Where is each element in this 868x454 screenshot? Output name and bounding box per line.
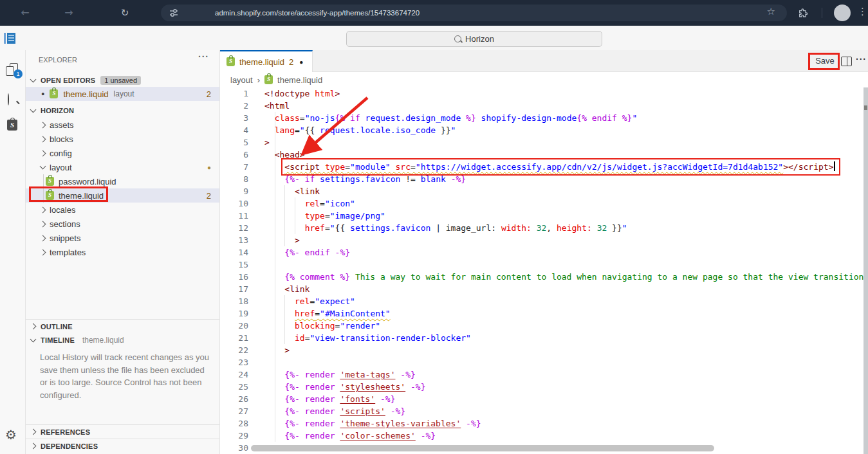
open-editor-theme-liquid[interactable]: ● theme.liquid layout 2 bbox=[26, 87, 219, 101]
code-line-20[interactable]: 20 blocking="render" bbox=[220, 320, 868, 332]
profile-avatar[interactable] bbox=[834, 5, 851, 21]
code-line-21[interactable]: 21 id="view-transition-render-blocker" bbox=[220, 332, 868, 344]
open-editor-name: theme.liquid bbox=[63, 89, 108, 99]
explorer-files-icon[interactable]: 1 bbox=[6, 63, 21, 78]
chevron-down-icon bbox=[30, 107, 37, 113]
shopify-activity-icon[interactable] bbox=[7, 120, 17, 133]
code-line-13[interactable]: 13 > bbox=[220, 234, 868, 246]
code-line-17[interactable]: 17 <link bbox=[220, 283, 868, 295]
outline-header[interactable]: OUTLINE bbox=[26, 319, 219, 333]
code-editor[interactable]: 1<!doctype html>2<html3 class="no-js{% i… bbox=[220, 87, 868, 454]
code-line-15[interactable]: 15 bbox=[220, 259, 868, 271]
code-line-1[interactable]: 1<!doctype html> bbox=[220, 87, 868, 100]
line-content bbox=[248, 259, 264, 271]
dependencies-header[interactable]: DEPENDENCIES bbox=[26, 439, 219, 453]
file-tree: assetsblocksconfiglayout●password.liquid… bbox=[26, 118, 219, 259]
shopify-file-icon bbox=[46, 177, 54, 186]
tree-item-templates[interactable]: templates bbox=[26, 245, 219, 259]
line-number: 25 bbox=[220, 381, 248, 393]
tree-item-snippets[interactable]: snippets bbox=[26, 231, 219, 245]
line-number: 23 bbox=[220, 356, 248, 368]
code-line-16[interactable]: 16 {% comment %} This a way to wait for … bbox=[220, 271, 868, 283]
forward-icon[interactable]: → bbox=[61, 6, 77, 21]
line-content: href="{{ settings.favicon | image_url: w… bbox=[248, 222, 627, 234]
breadcrumb-file[interactable]: theme.liquid bbox=[277, 75, 322, 85]
line-number: 19 bbox=[220, 307, 248, 320]
tree-item-password-liquid[interactable]: password.liquid bbox=[26, 174, 219, 188]
code-line-27[interactable]: 27 {%- render 'scripts' -%} bbox=[220, 405, 868, 417]
shopify-file-icon bbox=[264, 75, 273, 84]
site-info-icon[interactable] bbox=[169, 8, 178, 20]
url-text[interactable]: admin.shopify.com/store/accessify-app/th… bbox=[215, 5, 420, 21]
line-number: 14 bbox=[220, 246, 248, 259]
line-content: <link bbox=[248, 185, 320, 197]
shopify-file-icon bbox=[226, 57, 235, 66]
code-line-29[interactable]: 29 {%- render 'color-schemes' -%} bbox=[220, 430, 868, 442]
tree-item-blocks[interactable]: blocks bbox=[26, 132, 219, 146]
browser-menu-icon[interactable]: ⋮ bbox=[858, 6, 867, 17]
save-button[interactable]: Save bbox=[811, 54, 838, 68]
tree-item-sections[interactable]: sections bbox=[26, 217, 219, 231]
url-bar[interactable]: admin.shopify.com/store/accessify-app/th… bbox=[161, 5, 787, 21]
settings-gear-icon[interactable]: ⚙ bbox=[5, 427, 17, 442]
extensions-icon[interactable] bbox=[798, 8, 808, 21]
code-line-7[interactable]: 7 <script type="module" src="https://wid… bbox=[220, 161, 868, 173]
code-line-2[interactable]: 2<html bbox=[220, 100, 868, 112]
back-icon[interactable]: ← bbox=[17, 6, 33, 21]
references-header[interactable]: REFERENCES bbox=[26, 424, 219, 439]
code-line-25[interactable]: 25 {%- render 'stylesheets' -%} bbox=[220, 381, 868, 393]
code-line-22[interactable]: 22 > bbox=[220, 344, 868, 356]
line-content: href="#MainContent" bbox=[248, 307, 391, 320]
line-content: class="no-js{% if request.design_mode %}… bbox=[248, 112, 637, 124]
line-number: 5 bbox=[220, 136, 248, 149]
chevron-right-icon bbox=[30, 429, 37, 435]
command-center-search[interactable]: Horizon bbox=[346, 31, 602, 47]
tab-theme-liquid[interactable]: theme.liquid 2 ● bbox=[220, 50, 313, 72]
code-line-10[interactable]: 10 rel="icon" bbox=[220, 197, 868, 210]
split-editor-icon[interactable] bbox=[841, 57, 852, 66]
line-content: <link bbox=[248, 283, 309, 295]
tree-item-config[interactable]: config bbox=[26, 146, 219, 160]
explorer-more-icon[interactable]: ··· bbox=[198, 51, 209, 62]
code-line-11[interactable]: 11 type="image/png" bbox=[220, 210, 868, 222]
line-content: {%- if settings.favicon != blank -%} bbox=[248, 173, 466, 185]
bookmark-star-icon[interactable]: ☆ bbox=[767, 6, 775, 17]
tree-item-theme-liquid[interactable]: theme.liquid2 bbox=[26, 188, 219, 203]
timeline-message: Local History will track recent changes … bbox=[40, 351, 212, 401]
tree-item-locales[interactable]: locales bbox=[26, 203, 219, 217]
reload-icon[interactable]: ↻ bbox=[117, 6, 133, 21]
code-line-5[interactable]: 5> bbox=[220, 136, 868, 149]
page: ← → ↻ admin.shopify.com/store/accessify-… bbox=[0, 0, 868, 454]
tree-item-layout[interactable]: layout● bbox=[26, 160, 219, 174]
breadcrumb-folder[interactable]: layout bbox=[230, 75, 253, 85]
line-number: 1 bbox=[220, 87, 248, 100]
code-line-3[interactable]: 3 class="no-js{% if request.design_mode … bbox=[220, 112, 868, 124]
tree-item-label: theme.liquid bbox=[59, 191, 104, 201]
editor-more-icon[interactable]: ··· bbox=[856, 54, 867, 64]
tree-item-assets[interactable]: assets bbox=[26, 118, 219, 132]
timeline-header[interactable]: TIMELINE theme.liquid bbox=[26, 333, 219, 347]
line-number: 3 bbox=[220, 112, 248, 124]
horizontal-scrollbar[interactable] bbox=[251, 445, 714, 451]
code-line-12[interactable]: 12 href="{{ settings.favicon | image_url… bbox=[220, 222, 868, 234]
tree-item-label: assets bbox=[50, 120, 74, 130]
tree-item-label: password.liquid bbox=[59, 177, 116, 186]
vertical-scrollbar[interactable] bbox=[863, 87, 868, 454]
code-line-14[interactable]: 14 {%- endif -%} bbox=[220, 246, 868, 259]
workspace-header[interactable]: HORIZON bbox=[26, 104, 219, 118]
line-number: 20 bbox=[220, 320, 248, 332]
code-line-24[interactable]: 24 {%- render 'meta-tags' -%} bbox=[220, 368, 868, 381]
search-activity-icon[interactable] bbox=[8, 94, 9, 105]
code-line-26[interactable]: 26 {%- render 'fonts' -%} bbox=[220, 393, 868, 405]
code-line-19[interactable]: 19 href="#MainContent" bbox=[220, 307, 868, 320]
app-layout-icon bbox=[4, 33, 17, 44]
open-editors-header[interactable]: OPEN EDITORS 1 unsaved bbox=[26, 73, 219, 87]
code-line-8[interactable]: 8 {%- if settings.favicon != blank -%} bbox=[220, 173, 868, 185]
code-line-23[interactable]: 23 bbox=[220, 356, 868, 368]
code-line-18[interactable]: 18 rel="expect" bbox=[220, 295, 868, 307]
code-line-6[interactable]: 6 <head> bbox=[220, 149, 868, 161]
chevron-right-icon bbox=[40, 249, 46, 255]
code-line-4[interactable]: 4 lang="{{ request.locale.iso_code }}" bbox=[220, 124, 868, 136]
code-line-9[interactable]: 9 <link bbox=[220, 185, 868, 197]
code-line-28[interactable]: 28 {%- render 'theme-styles-variables' -… bbox=[220, 417, 868, 430]
